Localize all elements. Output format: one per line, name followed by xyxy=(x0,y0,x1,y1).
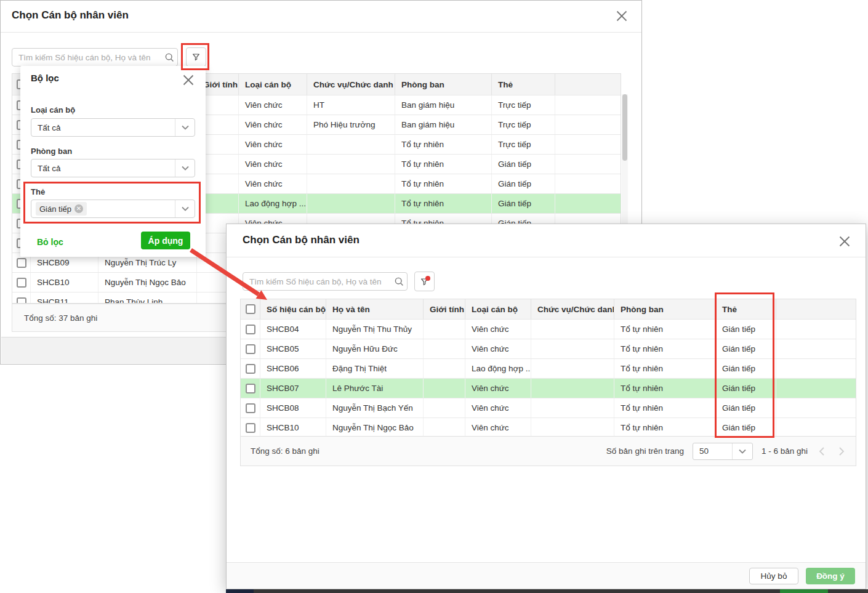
header-position: Chức vụ/Chức danh xyxy=(531,299,614,319)
select-divider xyxy=(732,443,733,459)
staff-table: Số hiệu cán bộ Họ và tên Giới tính Loại … xyxy=(240,299,856,466)
department-value: Tất cả xyxy=(38,164,61,173)
cell-position xyxy=(531,359,614,378)
ok-button[interactable]: Đồng ý xyxy=(806,568,855,584)
cell-dept: Tổ tự nhiên xyxy=(395,194,492,213)
page-title: Chọn Cán bộ nhân viên xyxy=(243,234,360,246)
header-type: Loại cán bộ xyxy=(465,299,531,319)
cell-position xyxy=(307,194,395,213)
foreground-modal-footer: Hủy bỏ Đồng ý xyxy=(227,562,866,589)
cell-tag: Gián tiếp xyxy=(716,320,776,339)
cell-dept: Tổ tự nhiên xyxy=(614,418,716,437)
cell-position xyxy=(531,320,614,339)
cell-tag: Gián tiếp xyxy=(716,379,776,398)
field-label-department: Phòng ban xyxy=(31,147,72,156)
table-row[interactable]: SHCB07Lê Phước TàiViên chứcTổ tự nhiênGi… xyxy=(241,378,856,398)
filter-button[interactable] xyxy=(186,47,206,67)
scrollbar-thumb[interactable] xyxy=(622,94,627,161)
prev-page-button[interactable] xyxy=(816,446,827,457)
cell-dept: Tổ tự nhiên xyxy=(395,174,492,193)
row-checkbox-cell xyxy=(241,379,260,398)
table-row[interactable]: SHCB05Nguyễn Hữu ĐứcViên chứcTổ tự nhiên… xyxy=(241,339,856,358)
cell-fill xyxy=(776,339,856,358)
table-row[interactable]: SHCB08Nguyễn Thị Bạch YếnViên chứcTổ tự … xyxy=(241,398,856,418)
cell-position xyxy=(307,135,395,154)
cell-code: SHCB04 xyxy=(260,320,326,339)
row-checkbox-cell xyxy=(241,339,260,358)
filter-panel: Bộ lọc Loại cán bộ Tất cả Phòng ban Tất … xyxy=(20,66,206,257)
cancel-button[interactable]: Hủy bỏ xyxy=(749,568,798,584)
header-position: Chức vụ/Chức danh xyxy=(307,74,395,95)
table-row[interactable]: SHCB10Nguyễn Thị Ngọc BảoViên chứcTổ tự … xyxy=(241,418,856,437)
row-checkbox[interactable] xyxy=(246,423,255,433)
row-checkbox-cell xyxy=(241,320,260,339)
search-icon xyxy=(394,276,404,286)
screenshot-root: Chọn Cán bộ nhân viên Giới tính xyxy=(0,0,868,593)
filter-button-active[interactable] xyxy=(414,272,435,291)
cell-tag: Trực tiếp xyxy=(492,115,555,134)
filter-close-icon[interactable] xyxy=(182,74,195,86)
cell-name: Nguyễn Thị Bạch Yến xyxy=(326,398,424,418)
table-row[interactable]: SHCB04Nguyễn Thị Thu ThủyViên chứcTổ tự … xyxy=(241,319,856,339)
cell-type: Viên chức xyxy=(239,115,307,134)
cell-name: Nguyễn Thị Thu Thủy xyxy=(326,320,424,339)
cell-gender xyxy=(424,398,465,418)
department-select[interactable]: Tất cả xyxy=(31,159,195,177)
header-checkbox-cell xyxy=(241,299,260,319)
cell-position xyxy=(307,174,395,193)
search-icon xyxy=(164,52,174,62)
row-checkbox[interactable] xyxy=(246,384,255,393)
header-dept: Phòng ban xyxy=(395,74,492,95)
row-checkbox[interactable] xyxy=(17,278,26,288)
page-size-label: Số bản ghi trên trang xyxy=(606,446,684,456)
search-input[interactable] xyxy=(12,48,178,67)
total-records-label: Tổng số: 37 bản ghi xyxy=(24,313,97,323)
clear-filter-link[interactable]: Bỏ lọc xyxy=(37,237,63,247)
apply-filter-button[interactable]: Áp dụng xyxy=(141,232,190,249)
cell-code: SHCB10 xyxy=(31,273,98,292)
cell-gender xyxy=(424,320,465,339)
cell-dept: Tổ tự nhiên xyxy=(614,320,716,339)
tag-select[interactable]: Gián tiếp ✕ xyxy=(31,200,195,218)
row-checkbox[interactable] xyxy=(246,325,255,334)
chevron-down-icon xyxy=(175,200,195,217)
cell-tag: Trực tiếp xyxy=(492,135,555,154)
staff-type-select[interactable]: Tất cả xyxy=(31,118,195,137)
chip-remove-icon[interactable]: ✕ xyxy=(74,204,83,213)
header-tag: Thẻ xyxy=(716,299,776,319)
row-checkbox[interactable] xyxy=(246,344,255,354)
page-size-select[interactable]: 50 xyxy=(693,443,753,460)
strip-segment xyxy=(780,589,828,593)
table-footer: Tổng số: 6 bản ghi Số bản ghi trên trang… xyxy=(241,436,856,466)
cell-type: Viên chức xyxy=(239,174,307,193)
page-range-label: 1 - 6 bản ghi xyxy=(762,446,808,456)
table-row[interactable]: SHCB06Đặng Thị ThiệtLao động hợp ...Tổ t… xyxy=(241,358,856,378)
cell-type: Viên chức xyxy=(239,95,307,115)
cell-tag: Gián tiếp xyxy=(492,194,555,213)
table-header-row: Số hiệu cán bộ Họ và tên Giới tính Loại … xyxy=(241,299,856,319)
row-checkbox[interactable] xyxy=(246,403,255,413)
cell-fill xyxy=(776,398,856,418)
background-modal-header: Chọn Cán bộ nhân viên xyxy=(1,1,641,33)
search-input[interactable] xyxy=(243,272,408,291)
close-icon[interactable] xyxy=(616,10,628,22)
next-page-button[interactable] xyxy=(836,446,847,457)
cell-gender xyxy=(424,379,465,398)
row-checkbox[interactable] xyxy=(17,297,26,304)
cell-tag: Gián tiếp xyxy=(492,155,555,174)
select-all-checkbox[interactable] xyxy=(246,304,255,314)
cell-type: Lao động hợp ... xyxy=(465,359,531,378)
header-fill xyxy=(555,74,621,95)
cell-dept: Tổ tự nhiên xyxy=(614,339,716,358)
header-dept: Phòng ban xyxy=(614,299,716,319)
chevron-down-icon xyxy=(175,119,195,136)
cell-tag: Gián tiếp xyxy=(716,339,776,358)
cell-type: Viên chức xyxy=(465,379,531,398)
row-checkbox[interactable] xyxy=(246,364,255,374)
row-checkbox[interactable] xyxy=(17,258,26,268)
tag-chip: Gián tiếp ✕ xyxy=(36,202,87,216)
cell-name: Phan Thùy Linh xyxy=(98,292,197,304)
cell-name: Nguyễn Thị Ngọc Bảo xyxy=(326,418,424,437)
cell-code: SHCB07 xyxy=(260,379,326,398)
close-icon[interactable] xyxy=(838,235,851,248)
